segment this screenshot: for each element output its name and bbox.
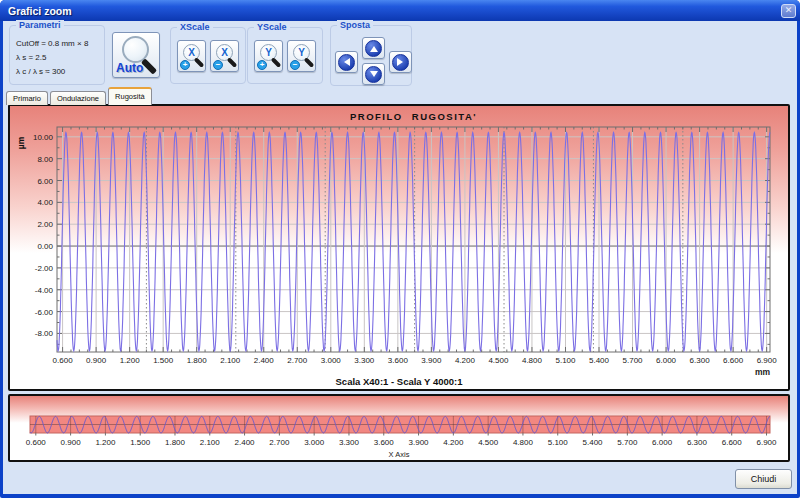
x-letter: X (221, 47, 228, 58)
svg-text:3.000: 3.000 (304, 438, 325, 447)
svg-text:5.100: 5.100 (548, 438, 569, 447)
svg-text:3.000: 3.000 (321, 356, 342, 365)
chart-tabs: Primario Ondulazione Rugosità (6, 87, 154, 105)
yscale-group-title: YScale (254, 22, 290, 32)
svg-text:3.900: 3.900 (409, 438, 430, 447)
yscale-zoom-out-button[interactable]: Y − (287, 40, 316, 72)
svg-text:-6.00: -6.00 (35, 308, 54, 317)
dialog-body: Parametri CutOff = 0.8 mm × 8 λ s = 2.5 … (3, 21, 797, 494)
svg-text:-8.00: -8.00 (35, 329, 54, 338)
svg-text:1.800: 1.800 (187, 356, 208, 365)
sposta-down-button[interactable] (362, 63, 385, 85)
svg-text:6.300: 6.300 (687, 438, 708, 447)
window-title: Grafici zoom (8, 5, 781, 17)
svg-text:5.700: 5.700 (623, 356, 644, 365)
svg-text:4.200: 4.200 (455, 356, 476, 365)
magnifier-handle-icon (304, 57, 315, 68)
svg-text:1.800: 1.800 (165, 438, 186, 447)
svg-text:2.100: 2.100 (200, 438, 221, 447)
magnifier-handle-icon (227, 57, 238, 68)
svg-text:3.900: 3.900 (421, 356, 442, 365)
xscale-group: XScale X + X − (170, 27, 246, 84)
main-chart[interactable]: 0.6000.9001.2001.5001.8002.1002.4002.700… (10, 106, 788, 389)
plus-badge-icon: + (180, 60, 190, 70)
svg-text:5.400: 5.400 (589, 356, 610, 365)
svg-text:3.600: 3.600 (388, 356, 409, 365)
svg-text:0.900: 0.900 (86, 356, 107, 365)
main-chart-panel: PROFILO RUGOSITA' µm 0.6000.9001.2001.50… (8, 104, 790, 391)
minus-badge-icon: − (213, 60, 223, 70)
svg-text:1.200: 1.200 (120, 356, 141, 365)
xscale-zoom-out-button[interactable]: X − (210, 40, 239, 72)
svg-text:4.800: 4.800 (513, 438, 534, 447)
svg-text:4.500: 4.500 (478, 438, 499, 447)
lambda-s-value: λ s = 2.5 (10, 51, 104, 65)
svg-text:6.900: 6.900 (757, 356, 778, 365)
arrow-down-icon (365, 66, 382, 83)
close-button[interactable]: ✕ (781, 4, 796, 18)
tab-ondulazione[interactable]: Ondulazione (50, 91, 106, 105)
svg-text:6.000: 6.000 (656, 356, 677, 365)
svg-text:2.700: 2.700 (269, 438, 290, 447)
svg-text:2.100: 2.100 (220, 356, 241, 365)
parametri-group-title: Parametri (16, 20, 64, 30)
svg-text:1.200: 1.200 (95, 438, 116, 447)
svg-text:0.600: 0.600 (26, 438, 47, 447)
svg-text:4.800: 4.800 (522, 356, 543, 365)
x-letter: X (188, 47, 195, 58)
svg-text:-2.00: -2.00 (35, 264, 54, 273)
tab-rugosita[interactable]: Rugosità (108, 87, 152, 105)
x-axis-label: X Axis (10, 450, 788, 459)
overview-chart-panel: 0.6000.9001.2001.5001.8002.1002.4002.700… (8, 394, 790, 462)
svg-text:-4.00: -4.00 (35, 286, 54, 295)
svg-text:0.00: 0.00 (37, 242, 53, 251)
svg-text:0.600: 0.600 (53, 356, 74, 365)
roughness-profile-line (57, 133, 770, 351)
svg-text:5.100: 5.100 (555, 356, 576, 365)
chiudi-button[interactable]: Chiudi (735, 469, 792, 489)
auto-zoom-button[interactable]: Auto (112, 32, 160, 78)
close-icon: ✕ (785, 5, 793, 15)
magnifier-handle-icon (271, 57, 282, 68)
svg-text:2.00: 2.00 (37, 220, 53, 229)
svg-text:6.600: 6.600 (723, 356, 744, 365)
svg-text:2.700: 2.700 (287, 356, 308, 365)
xscale-group-title: XScale (177, 22, 213, 32)
yscale-zoom-in-button[interactable]: Y + (254, 40, 283, 72)
svg-text:6.900: 6.900 (757, 438, 778, 447)
svg-text:2.400: 2.400 (254, 356, 275, 365)
svg-text:4.500: 4.500 (488, 356, 509, 365)
grafici-zoom-dialog: Grafici zoom ✕ Parametri CutOff = 0.8 mm… (0, 0, 800, 498)
arrow-left-icon (338, 54, 355, 71)
parametri-group: Parametri CutOff = 0.8 mm × 8 λ s = 2.5 … (9, 25, 105, 85)
minus-badge-icon: − (290, 60, 300, 70)
yscale-group: YScale Y + Y − (247, 27, 323, 84)
xscale-zoom-in-button[interactable]: X + (177, 40, 206, 72)
scale-ratio-label: Scala X40:1 - Scala Y 4000:1 (10, 376, 788, 387)
plus-badge-icon: + (257, 60, 267, 70)
arrow-up-icon (365, 40, 382, 57)
svg-text:6.600: 6.600 (722, 438, 743, 447)
sposta-group: Sposta (330, 25, 412, 86)
sposta-up-button[interactable] (362, 37, 385, 59)
arrow-right-icon (392, 54, 409, 71)
svg-text:2.400: 2.400 (235, 438, 256, 447)
tab-primario[interactable]: Primario (6, 91, 48, 105)
sposta-right-button[interactable] (389, 51, 412, 73)
svg-text:5.400: 5.400 (583, 438, 604, 447)
svg-text:4.00: 4.00 (37, 198, 53, 207)
svg-text:1.500: 1.500 (153, 356, 174, 365)
svg-text:5.700: 5.700 (617, 438, 638, 447)
svg-text:0.900: 0.900 (61, 438, 82, 447)
y-letter: Y (265, 47, 272, 58)
svg-text:6.00: 6.00 (37, 177, 53, 186)
title-bar[interactable]: Grafici zoom ✕ (0, 0, 800, 21)
auto-label: Auto (116, 61, 143, 75)
svg-text:8.00: 8.00 (37, 155, 53, 164)
svg-text:6.000: 6.000 (652, 438, 673, 447)
svg-text:4.200: 4.200 (443, 438, 464, 447)
svg-text:10.00: 10.00 (33, 133, 54, 142)
svg-text:1.500: 1.500 (130, 438, 151, 447)
svg-text:6.300: 6.300 (690, 356, 711, 365)
sposta-left-button[interactable] (335, 51, 358, 73)
